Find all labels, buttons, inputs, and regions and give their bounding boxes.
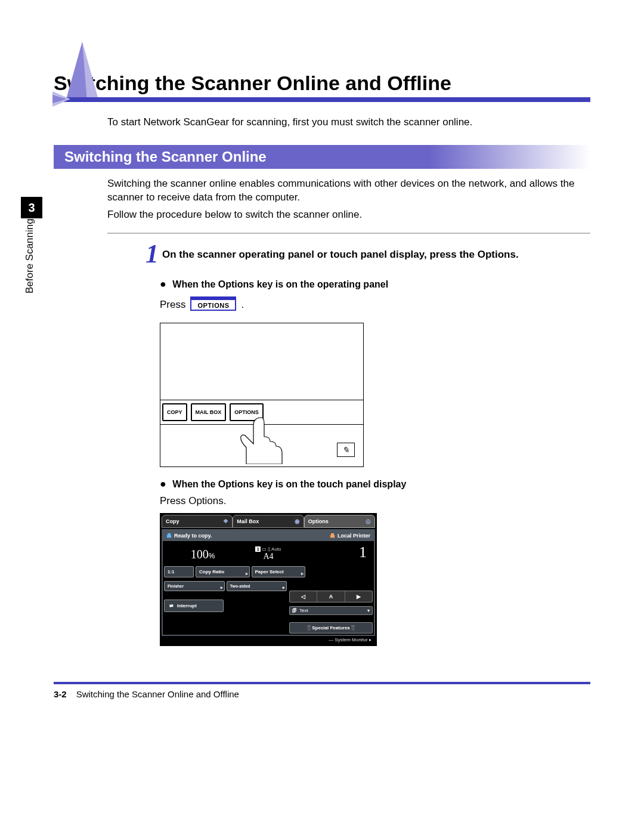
bullet-1-text: When the Options key is on the operating… <box>172 279 388 289</box>
btn-finisher: Finisher▸ <box>164 581 225 591</box>
title-underline <box>54 97 590 102</box>
press-options-text: Press Options. <box>160 495 590 507</box>
tab-copy: Copy❖ <box>162 515 233 528</box>
status-local-printer: Local Printer <box>338 533 370 539</box>
text-type-label: Text <box>297 608 367 613</box>
bullet-1-heading: ● When the Options key is on the operati… <box>160 278 590 291</box>
status-ready: Ready to copy. <box>174 533 212 539</box>
operating-panel-illustration: COPY MAIL BOX OPTIONS ✎ <box>160 323 364 467</box>
finger-pointer-icon <box>234 416 288 464</box>
page-number: 3-2 <box>54 689 67 699</box>
touch-panel-illustration: Copy❖ Mail Box◉ Options◎ 🖶Ready to copy.… <box>160 513 377 646</box>
copy-count: 1 <box>359 543 367 561</box>
mailbox-icon: ◉ <box>295 518 300 524</box>
text-type-icon: 🗐 <box>292 608 297 613</box>
page-title: Switching the Scanner Online and Offline <box>54 72 590 95</box>
paper-auto: Auto <box>271 546 281 552</box>
divider <box>107 233 590 234</box>
btn-copy-ratio: Copy Ratio▸ <box>196 566 250 577</box>
options-key-illustration: OPTIONS <box>190 299 236 311</box>
btn-1-1: 1:1 <box>164 566 194 577</box>
sidebar-tab: 3 Before Scanning <box>21 197 42 364</box>
bullet-2-heading: ● When the Options key is on the touch p… <box>160 478 590 490</box>
press-options-line: Press OPTIONS . <box>160 299 244 311</box>
options-icon: ◎ <box>366 518 371 524</box>
footer-rule <box>54 682 590 684</box>
btn-paper-select: Paper Select▸ <box>252 566 306 577</box>
press-word: Press <box>160 299 185 311</box>
panel-indicator: ✎ <box>337 443 355 457</box>
text-type-select: 🗐 Text ▾ <box>289 606 373 615</box>
bullet-icon: ● <box>160 278 166 290</box>
step-1: 1 On the scanner operating panel or touc… <box>137 241 590 267</box>
tab-mailbox: Mail Box◉ <box>233 515 304 528</box>
sidebar-chapter-label: Before Scanning <box>21 218 36 333</box>
page-footer: 3-2 Switching the Scanner Online and Off… <box>54 689 590 699</box>
printer-small-icon: 🖶 <box>330 533 335 539</box>
panel-mailbox-button: MAIL BOX <box>191 403 227 421</box>
tab-options: Options◎ <box>304 515 375 528</box>
bullet-2-text: When the Options key is on the touch pan… <box>172 479 406 489</box>
footer-title: Switching the Scanner Online and Offline <box>76 689 239 699</box>
chapter-arrow-decor <box>66 42 99 101</box>
step-text: On the scanner operating panel or touch … <box>162 241 519 262</box>
section-paragraph-2: Follow the procedure below to switch the… <box>107 208 590 222</box>
printer-icon: 🖶 <box>166 533 172 539</box>
paper-size: A4 <box>236 552 301 561</box>
seg-center: A <box>317 591 345 602</box>
step-number: 1 <box>137 241 162 267</box>
section-heading: Switching the Scanner Online <box>54 145 590 169</box>
period: . <box>241 299 244 311</box>
seg-left-icon: ◁ <box>290 591 317 602</box>
sidebar-chapter-number: 3 <box>21 197 42 218</box>
btn-interrupt: ⇄ Interrupt <box>164 600 224 612</box>
btn-special-features: ░ Special Features ░ <box>289 622 373 634</box>
section-paragraph-1: Switching the scanner online enables com… <box>107 177 590 205</box>
density-segmented: ◁ A ▶ <box>289 591 373 603</box>
btn-two-sided: Two-sided▸ <box>227 581 287 591</box>
bullet-icon: ● <box>160 478 166 490</box>
copy-icon: ❖ <box>223 518 228 524</box>
zoom-unit: % <box>209 552 215 560</box>
panel-copy-button: COPY <box>162 403 187 421</box>
intro-paragraph: To start Network ScanGear for scanning, … <box>107 116 590 128</box>
zoom-value: 100 <box>191 548 209 561</box>
chevron-down-icon: ▾ <box>367 608 370 613</box>
arrow-icon <box>52 91 70 107</box>
system-monitor-link: — System Monitor ▸ <box>162 636 375 644</box>
seg-right-icon: ▶ <box>345 591 372 602</box>
interrupt-icon: ⇄ <box>169 603 174 608</box>
